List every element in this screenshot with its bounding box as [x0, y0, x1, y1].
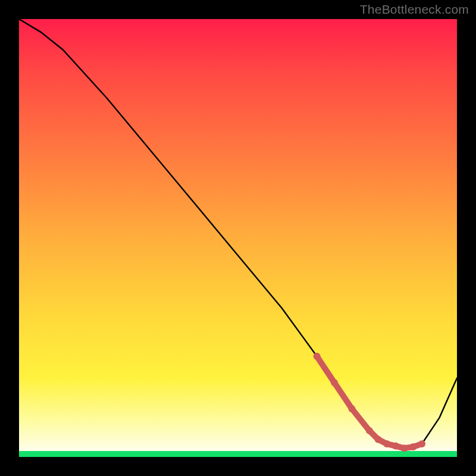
- highlight-dot: [409, 443, 416, 450]
- watermark-text: TheBottleneck.com: [360, 2, 469, 17]
- highlight-segment: [317, 356, 422, 449]
- highlight-dots: [314, 353, 426, 452]
- highlight-dot: [348, 405, 355, 412]
- chart-svg: [19, 19, 457, 457]
- highlight-dot: [331, 379, 338, 386]
- bottleneck-curve: [19, 19, 457, 448]
- highlight-dot: [392, 443, 399, 450]
- highlight-dot: [401, 444, 408, 452]
- highlight-dot: [383, 440, 390, 447]
- highlight-dot: [375, 436, 382, 443]
- highlight-dot: [418, 440, 425, 447]
- chart-frame: TheBottleneck.com: [0, 0, 476, 476]
- plot-area: [19, 19, 457, 457]
- highlight-dot: [366, 427, 373, 434]
- highlight-dot: [314, 353, 321, 360]
